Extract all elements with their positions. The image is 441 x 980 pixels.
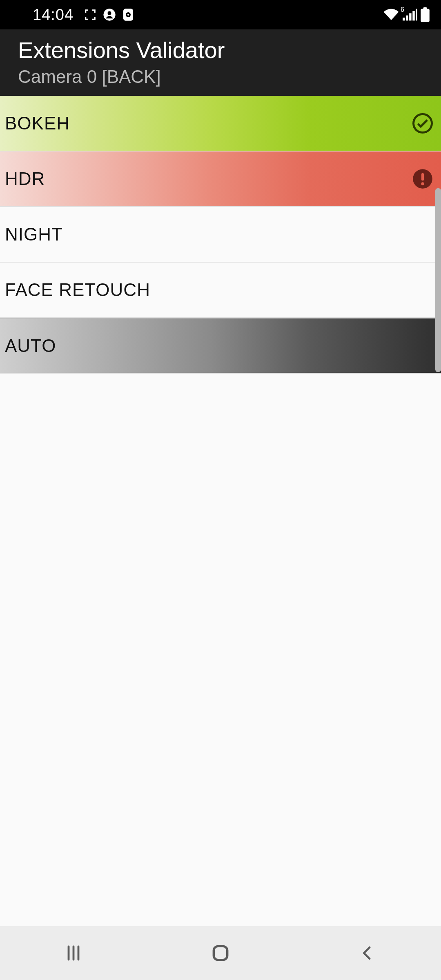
- svg-rect-6: [406, 16, 408, 21]
- wifi-icon: 6: [383, 9, 399, 21]
- android-nav-bar: [0, 926, 441, 980]
- list-item-bokeh[interactable]: BOKEH: [0, 96, 441, 151]
- extensions-list: BOKEH HDR NIGHT FACE RETOUCH AUTO: [0, 96, 441, 374]
- app-title: Extensions Validator: [18, 37, 423, 63]
- home-button[interactable]: [204, 941, 237, 965]
- svg-rect-14: [421, 173, 424, 180]
- scrollbar[interactable]: [435, 188, 441, 372]
- app-bar: Extensions Validator Camera 0 [BACK]: [0, 29, 441, 96]
- check-circle-icon: [411, 111, 434, 135]
- svg-rect-9: [416, 9, 417, 21]
- recents-button[interactable]: [57, 941, 90, 965]
- cellular-icon: [403, 9, 417, 21]
- list-item-label: HDR: [5, 169, 45, 189]
- svg-point-15: [421, 182, 424, 185]
- clock: 14:04: [33, 6, 74, 24]
- back-button[interactable]: [351, 941, 384, 965]
- status-left: 14:04: [33, 6, 134, 24]
- list-item-auto[interactable]: AUTO: [0, 318, 441, 374]
- svg-rect-5: [403, 18, 405, 20]
- fullscreen-icon: [84, 9, 96, 21]
- list-item-label: AUTO: [5, 336, 56, 356]
- media-icon: [122, 8, 134, 21]
- list-item-face-retouch[interactable]: FACE RETOUCH: [0, 263, 441, 318]
- svg-point-4: [127, 14, 129, 16]
- list-item-label: BOKEH: [5, 113, 70, 134]
- svg-rect-11: [423, 7, 427, 9]
- wifi-badge: 6: [401, 6, 404, 13]
- list-item-night[interactable]: NIGHT: [0, 207, 441, 263]
- list-item-label: NIGHT: [5, 224, 63, 245]
- svg-rect-10: [421, 9, 430, 22]
- svg-rect-7: [409, 13, 411, 20]
- svg-point-1: [108, 11, 111, 15]
- battery-icon: [421, 7, 430, 22]
- app-subtitle: Camera 0 [BACK]: [18, 67, 423, 87]
- list-item-label: FACE RETOUCH: [5, 280, 150, 300]
- list-item-hdr[interactable]: HDR: [0, 151, 441, 207]
- status-bar: 14:04 6: [0, 0, 441, 29]
- svg-rect-8: [412, 11, 414, 20]
- error-circle-icon: [411, 167, 434, 191]
- account-icon: [103, 8, 116, 21]
- svg-rect-19: [214, 946, 227, 960]
- status-right: 6: [383, 7, 430, 22]
